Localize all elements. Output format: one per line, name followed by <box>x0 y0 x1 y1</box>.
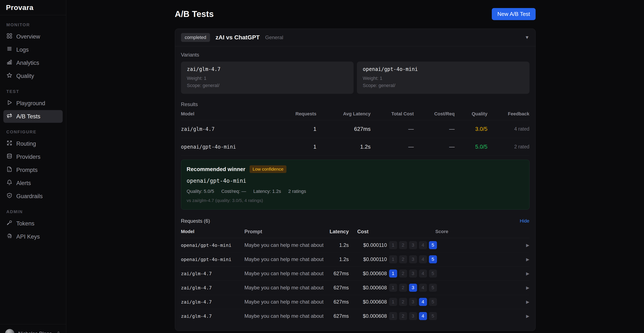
score-button-3[interactable]: 3 <box>409 298 417 306</box>
request-model: zai/glm-4.7 <box>181 271 244 276</box>
file-icon <box>6 166 12 174</box>
sidebar-item-overview[interactable]: Overview <box>4 30 63 43</box>
score-group: 12345 <box>387 312 457 320</box>
sidebar-item-label: A/B Tests <box>16 113 40 120</box>
app-root: Provara MONITOR Overview Logs Analytics <box>0 0 644 333</box>
score-button-2[interactable]: 2 <box>399 298 407 306</box>
sidebar-item-playground[interactable]: Playground <box>4 97 63 110</box>
score-button-1[interactable]: 1 <box>389 284 397 292</box>
sidebar-item-label: Providers <box>16 154 40 160</box>
score-button-1[interactable]: 1 <box>389 241 397 249</box>
sidebar-item-logs[interactable]: Logs <box>4 44 63 56</box>
sidebar-item-routing[interactable]: Routing <box>4 138 63 150</box>
score-button-5[interactable]: 5 <box>429 284 437 292</box>
score-button-5[interactable]: 5 <box>429 241 437 249</box>
request-row[interactable]: openai/gpt-4o-mini Maybe you can help me… <box>181 252 530 266</box>
sidebar-nav: MONITOR Overview Logs Analytics Quality <box>0 15 66 247</box>
sidebar-item-label: Tokens <box>16 220 34 227</box>
col-quality: Quality <box>455 111 488 117</box>
request-row[interactable]: zai/glm-4.7 Maybe you can help me chat a… <box>181 295 530 309</box>
ab-test-card: completed zAI vs ChatGPT General ▼ Varia… <box>175 28 536 331</box>
result-quality: 5.0/5 <box>455 144 488 150</box>
expand-row-icon[interactable]: ▶ <box>457 242 530 248</box>
winner-comparison: vs zai/glm-4.7 (quality: 3.0/5, 4 rating… <box>187 198 524 203</box>
score-button-5[interactable]: 5 <box>429 312 437 320</box>
score-button-2[interactable]: 2 <box>399 284 407 292</box>
section-label-monitor: MONITOR <box>4 20 63 30</box>
sidebar-item-quality[interactable]: Quality <box>4 70 63 82</box>
col-requests: Requests <box>278 111 316 117</box>
page-header: A/B Tests New A/B Test <box>175 8 536 20</box>
sidebar-item-label: Overview <box>16 34 40 40</box>
result-total-cost: — <box>371 126 414 132</box>
score-button-3[interactable]: 3 <box>409 255 417 263</box>
expand-row-icon[interactable]: ▶ <box>457 299 530 304</box>
results-table-header: Model Requests Avg Latency Total Cost Co… <box>181 108 530 120</box>
score-button-2[interactable]: 2 <box>399 312 407 320</box>
score-button-4[interactable]: 4 <box>419 270 427 278</box>
results-row: openai/gpt-4o-mini 1 1.2s — — 5.0/5 2 ra… <box>181 138 530 156</box>
score-button-1[interactable]: 1 <box>389 255 397 263</box>
sidebar-item-guardrails[interactable]: Guardrails <box>4 190 63 202</box>
score-button-4[interactable]: 4 <box>419 284 427 292</box>
request-cost: $0.000110 <box>349 242 387 248</box>
request-row[interactable]: openai/gpt-4o-mini Maybe you can help me… <box>181 238 530 252</box>
score-button-3[interactable]: 3 <box>409 241 417 249</box>
requests-title: Requests (6) <box>181 218 210 224</box>
result-cost-req: — <box>414 144 455 150</box>
sidebar-item-ab-tests[interactable]: A/B Tests <box>4 110 63 123</box>
hide-link[interactable]: Hide <box>520 218 529 224</box>
request-latency: 627ms <box>324 270 349 276</box>
variant-weight: Weight: 1 <box>363 75 524 82</box>
score-button-3[interactable]: 3 <box>409 312 417 320</box>
sidebar-item-api-keys[interactable]: API Keys <box>4 230 63 243</box>
expand-row-icon[interactable]: ▶ <box>457 257 530 262</box>
ab-swap-icon <box>6 112 12 120</box>
sidebar-item-providers[interactable]: Providers <box>4 150 63 163</box>
expand-row-icon[interactable]: ▶ <box>457 314 530 318</box>
request-prompt: Maybe you can help me chat about the res… <box>244 313 324 319</box>
sidebar-item-alerts[interactable]: Alerts <box>4 177 63 190</box>
score-button-4[interactable]: 4 <box>419 298 427 306</box>
sidebar-item-label: Analytics <box>16 60 39 66</box>
sidebar-item-tokens[interactable]: Tokens <box>4 217 63 230</box>
request-latency: 627ms <box>324 313 349 319</box>
score-button-1[interactable]: 1 <box>389 298 397 306</box>
variants-title: Variants <box>181 52 530 58</box>
sidebar-item-label: Guardrails <box>16 193 43 200</box>
expand-row-icon[interactable]: ▶ <box>457 271 530 276</box>
expand-row-icon[interactable]: ▶ <box>457 285 530 290</box>
request-row[interactable]: zai/glm-4.7 Maybe you can help me chat a… <box>181 266 530 281</box>
new-ab-test-button[interactable]: New A/B Test <box>492 8 536 20</box>
score-button-5[interactable]: 5 <box>429 298 437 306</box>
score-button-5[interactable]: 5 <box>429 270 437 278</box>
request-row[interactable]: zai/glm-4.7 Maybe you can help me chat a… <box>181 281 530 295</box>
score-button-2[interactable]: 2 <box>399 270 407 278</box>
chevrons-up-down-icon <box>56 331 61 333</box>
score-button-4[interactable]: 4 <box>419 241 427 249</box>
score-button-2[interactable]: 2 <box>399 255 407 263</box>
sidebar-item-prompts[interactable]: Prompts <box>4 164 63 176</box>
score-button-3[interactable]: 3 <box>409 270 417 278</box>
score-button-5[interactable]: 5 <box>429 255 437 263</box>
variant-scope: Scope: general/ <box>363 82 524 89</box>
score-button-1[interactable]: 1 <box>389 312 397 320</box>
sidebar-item-label: Logs <box>16 46 29 53</box>
user-footer[interactable]: Nicholas Blanchard <box>0 324 66 333</box>
score-button-1[interactable]: 1 <box>389 270 397 278</box>
score-button-2[interactable]: 2 <box>399 241 407 249</box>
result-total-cost: — <box>371 144 414 150</box>
result-requests: 1 <box>278 144 316 150</box>
request-model: zai/glm-4.7 <box>181 314 244 319</box>
col-model: Model <box>181 229 244 234</box>
user-name: Nicholas Blanchard <box>18 331 52 333</box>
score-button-3[interactable]: 3 <box>409 284 417 292</box>
request-row[interactable]: zai/glm-4.7 Maybe you can help me chat a… <box>181 309 530 323</box>
sidebar-item-analytics[interactable]: Analytics <box>4 56 63 69</box>
test-card-header[interactable]: completed zAI vs ChatGPT General ▼ <box>175 29 536 46</box>
key-icon <box>6 220 12 227</box>
score-button-4[interactable]: 4 <box>419 312 427 320</box>
score-button-4[interactable]: 4 <box>419 255 427 263</box>
winner-title: Recommended winner <box>187 166 245 172</box>
chevron-down-icon[interactable]: ▼ <box>525 35 530 40</box>
